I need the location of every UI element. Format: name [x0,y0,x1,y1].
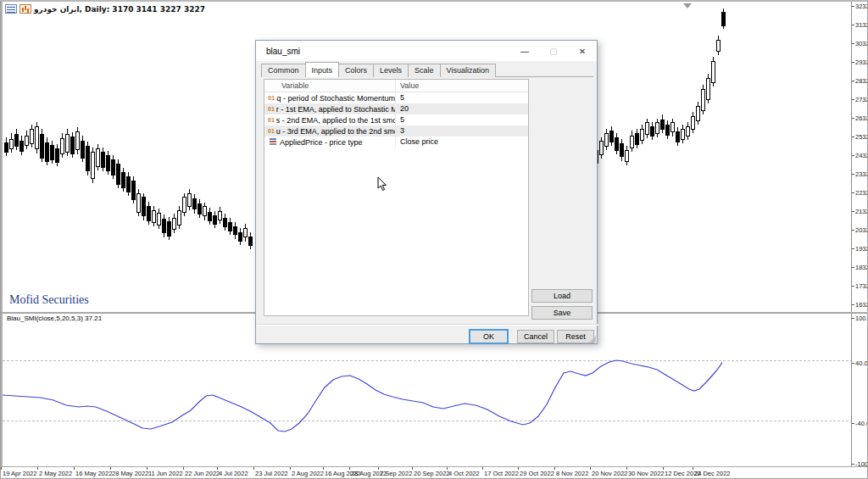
price-tick [852,81,854,81]
param-row[interactable]: 01r - 1st EMA, applied to Stochastic Mom… [264,103,528,114]
date-axis[interactable]: 19 Apr 20222 May 202216 May 202228 May 2… [1,467,868,479]
candle [162,219,165,233]
indicator-tick [852,363,854,364]
column-value[interactable]: Value [396,80,528,92]
candle [4,142,8,153]
indicator-settings-dialog: blau_smi — ▢ ✕ Common Inputs Colors Leve… [255,40,598,344]
chart-shift-marker-icon[interactable] [683,3,692,8]
candle [696,106,699,120]
candle [635,133,638,144]
param-value[interactable]: 3 [396,125,528,136]
price-tick [852,6,854,7]
date-tick [323,467,324,470]
date-tick-label: 28 May 2022 [112,470,148,477]
date-tick [378,467,379,470]
date-tick [37,467,38,470]
candle [706,78,709,99]
candle [81,141,84,158]
tab-colors[interactable]: Colors [338,64,374,77]
column-variable[interactable]: Variable [264,80,396,92]
price-tick [852,248,854,249]
cancel-button[interactable]: Cancel [517,330,554,343]
numeric-01-icon: 01 [268,106,275,112]
tab-visualization[interactable]: Visualization [440,64,496,77]
candle [625,150,628,161]
date-tick [447,467,448,470]
price-tick [852,174,854,175]
param-row[interactable]: 01q - period of Stochastic Momentum5 [264,92,528,103]
price-tick [852,136,854,137]
candle [243,228,247,237]
tab-inputs[interactable]: Inputs [305,62,340,77]
load-button[interactable]: Load [531,289,593,303]
param-value[interactable]: 20 [396,103,528,114]
date-tick [74,467,75,470]
candle [686,126,689,136]
close-icon[interactable]: ✕ [568,41,597,61]
tab-levels[interactable]: Levels [373,64,409,77]
tab-scale[interactable]: Scale [408,64,441,77]
quote-bar: ايران خودرو, Daily: 3170 3141 3227 3227 [5,3,205,14]
candle [55,148,58,162]
date-tick-label: 2 Aug 2022 [292,470,324,477]
candle [701,89,704,110]
param-name: AppliedPrice - price type [280,138,363,147]
date-tick-label: 20 Sep 2022 [414,470,450,477]
save-button[interactable]: Save [531,306,593,320]
candle [75,131,79,149]
candle [136,193,140,212]
candle [192,198,196,209]
param-value[interactable]: 5 [396,114,528,125]
candle [630,136,633,148]
candle [121,172,125,187]
price-tick-label: 2032 [855,226,868,234]
param-row[interactable]: 01u - 3rd EMA, applied to the 2nd smooth… [264,125,528,136]
candle [45,142,48,161]
minimize-icon[interactable]: — [510,41,539,61]
candle [131,181,135,199]
param-value[interactable]: 5 [396,92,528,103]
price-type-icon [268,138,278,146]
param-row[interactable]: 01s - 2nd EMA, applied to the 1st smooth… [264,114,528,125]
tab-common[interactable]: Common [261,64,306,77]
candle [223,218,226,226]
date-tick-label: 7 Sep 2022 [380,470,412,477]
chart-profile-icon[interactable] [19,4,31,14]
date-tick-label: 4 Jul 2022 [219,470,248,477]
date-tick-label: 30 Nov 2022 [628,470,665,477]
reset-button[interactable]: Reset [557,330,594,343]
indicator-tick [852,423,854,424]
candle [711,61,715,82]
candle [65,134,69,152]
candle [19,141,23,151]
candle [35,126,38,149]
candle [116,164,120,184]
param-name: r - 1st EMA, applied to Stochastic Momen… [276,105,396,114]
price-tick [852,155,854,156]
dialog-titlebar[interactable]: blau_smi — ▢ ✕ [256,41,597,61]
candle [203,207,206,215]
candle [655,123,659,133]
param-row[interactable]: AppliedPrice - price typeClose price [264,136,528,148]
price-tick-label: 2932 [855,58,868,66]
price-tick [852,25,854,25]
ok-button[interactable]: OK [469,329,509,344]
date-tick-label: 29 Oct 2022 [520,470,554,477]
date-tick-label: 16 May 2022 [75,470,112,477]
candle [721,12,725,25]
date-tick-label: 11 Jun 2022 [148,470,183,477]
date-tick [349,467,350,470]
candle [14,134,18,146]
date-tick [518,467,519,470]
charts-list-icon[interactable] [5,4,17,14]
param-value[interactable]: Close price [396,136,528,148]
date-tick [147,467,147,470]
candle [177,210,181,225]
param-name: u - 3rd EMA, applied to the 2nd smoothin… [276,127,396,136]
candle [609,131,613,142]
price-tick-label: 1832 [855,264,868,271]
price-axis[interactable]: 3232313230322932283227322632253224322332… [851,2,868,466]
inputs-table[interactable]: Variable Value 01q - period of Stochasti… [264,79,529,316]
candle [208,212,211,220]
candle [91,152,94,179]
